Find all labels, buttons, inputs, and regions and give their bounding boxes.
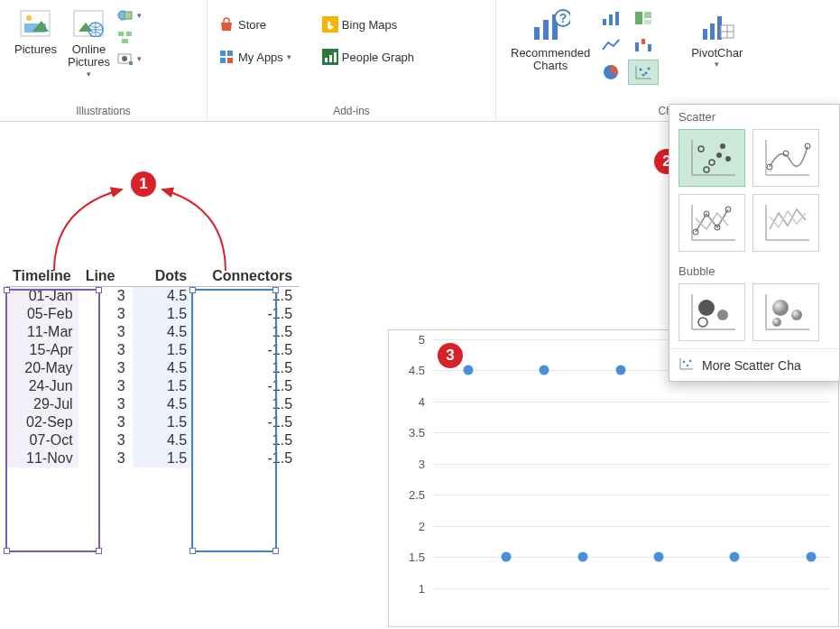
cell-line[interactable]: 3 xyxy=(78,359,133,377)
bingmaps-button[interactable]: Bing Maps xyxy=(322,16,414,32)
bubble-section-title: Bubble xyxy=(669,259,839,283)
table-row[interactable]: 07-Oct34.51.5 xyxy=(5,431,300,449)
cell-connectors[interactable]: -1.5 xyxy=(194,449,300,467)
line-chart-button[interactable] xyxy=(595,32,626,58)
cell-timeline[interactable]: 20-May xyxy=(5,359,78,377)
cell-line[interactable]: 3 xyxy=(78,449,133,467)
svg-rect-24 xyxy=(534,27,540,40)
header-dots[interactable]: Dots xyxy=(133,266,195,287)
cell-dots[interactable]: 4.5 xyxy=(133,395,195,413)
chart-data-point[interactable] xyxy=(730,552,740,562)
chart-data-point[interactable] xyxy=(615,365,625,375)
cell-dots[interactable]: 1.5 xyxy=(133,413,195,431)
cell-dots[interactable]: 1.5 xyxy=(133,377,195,395)
cell-timeline[interactable]: 01-Jan xyxy=(5,287,78,306)
svg-point-54 xyxy=(709,160,715,165)
cell-timeline[interactable]: 02-Sep xyxy=(5,413,78,431)
header-timeline[interactable]: Timeline xyxy=(5,266,78,287)
table-row[interactable]: 11-Nov31.5-1.5 xyxy=(5,449,300,467)
online-pictures-icon xyxy=(72,7,105,40)
cell-timeline[interactable]: 29-Jul xyxy=(5,395,78,413)
cell-dots[interactable]: 1.5 xyxy=(133,449,195,467)
cell-connectors[interactable]: 1.5 xyxy=(194,323,300,341)
cell-dots[interactable]: 4.5 xyxy=(133,287,195,306)
cell-timeline[interactable]: 05-Feb xyxy=(5,305,78,323)
waterfall-chart-button[interactable] xyxy=(628,32,659,58)
shapes-button[interactable]: ▾ xyxy=(117,7,142,23)
worksheet-area[interactable]: 1 2 3 Timeline Line Dots Connectors 01-J… xyxy=(0,122,840,629)
online-pictures-label: Online Pictures xyxy=(68,43,110,69)
pivotchart-button[interactable]: PivotChar ▾ xyxy=(686,4,748,72)
data-table[interactable]: Timeline Line Dots Connectors 01-Jan34.5… xyxy=(5,266,300,467)
cell-timeline[interactable]: 07-Oct xyxy=(5,431,78,449)
cell-dots[interactable]: 4.5 xyxy=(133,431,195,449)
chart-data-point[interactable] xyxy=(540,365,549,375)
svg-point-84 xyxy=(683,361,685,363)
cell-line[interactable]: 3 xyxy=(78,413,133,431)
chart-data-point[interactable] xyxy=(806,552,816,562)
online-pictures-button[interactable]: Online Pictures ▾ xyxy=(62,4,115,82)
cell-line[interactable]: 3 xyxy=(78,377,133,395)
y-axis-tick: 4.5 xyxy=(398,364,425,377)
bubble-option-flat[interactable] xyxy=(678,283,745,341)
cell-dots[interactable]: 1.5 xyxy=(133,341,195,359)
smartart-button[interactable] xyxy=(117,29,142,45)
cell-timeline[interactable]: 11-Mar xyxy=(5,323,78,341)
cell-dots[interactable]: 4.5 xyxy=(133,323,195,341)
cell-connectors[interactable]: 1.5 xyxy=(194,395,300,413)
svg-text:?: ? xyxy=(559,11,568,25)
header-line[interactable]: Line xyxy=(78,266,133,287)
cell-connectors[interactable]: 1.5 xyxy=(194,287,300,306)
hierarchy-chart-button[interactable] xyxy=(628,5,659,31)
cell-connectors[interactable]: -1.5 xyxy=(194,377,300,395)
cell-line[interactable]: 3 xyxy=(78,305,133,323)
table-row[interactable]: 29-Jul34.51.5 xyxy=(5,395,300,413)
scatter-option-smooth-markers[interactable] xyxy=(752,129,819,187)
svg-point-53 xyxy=(698,146,704,152)
y-axis-tick: 2 xyxy=(398,519,425,532)
svg-point-81 xyxy=(772,318,781,327)
table-row[interactable]: 02-Sep31.5-1.5 xyxy=(5,413,300,431)
table-row[interactable]: 24-Jun31.5-1.5 xyxy=(5,377,300,395)
cell-connectors[interactable]: 1.5 xyxy=(194,431,300,449)
cell-dots[interactable]: 4.5 xyxy=(133,359,195,377)
cell-line[interactable]: 3 xyxy=(78,287,133,306)
myapps-button[interactable]: My Apps ▾ xyxy=(218,49,291,65)
header-connectors[interactable]: Connectors xyxy=(194,266,300,287)
cell-connectors[interactable]: -1.5 xyxy=(194,305,300,323)
more-scatter-charts[interactable]: More Scatter Cha xyxy=(669,348,839,381)
table-row[interactable]: 05-Feb31.5-1.5 xyxy=(5,305,300,323)
scatter-option-lines[interactable] xyxy=(752,194,819,252)
screenshot-button[interactable]: ▾ xyxy=(117,51,142,67)
table-row[interactable]: 01-Jan34.51.5 xyxy=(5,287,300,306)
cell-connectors[interactable]: 1.5 xyxy=(194,359,300,377)
cell-timeline[interactable]: 15-Apr xyxy=(5,341,78,359)
cell-line[interactable]: 3 xyxy=(78,431,133,449)
cell-connectors[interactable]: -1.5 xyxy=(194,341,300,359)
peoplegraph-button[interactable]: People Graph xyxy=(322,49,414,65)
bing-icon xyxy=(322,16,338,32)
bubble-option-3d[interactable] xyxy=(752,283,819,341)
chart-data-point[interactable] xyxy=(464,365,474,375)
cell-timeline[interactable]: 11-Nov xyxy=(5,449,78,467)
table-row[interactable]: 20-May34.51.5 xyxy=(5,359,300,377)
cell-line[interactable]: 3 xyxy=(78,341,133,359)
recommended-charts-button[interactable]: ? Recommended Charts xyxy=(505,4,595,77)
chart-data-point[interactable] xyxy=(577,552,587,562)
table-row[interactable]: 15-Apr31.5-1.5 xyxy=(5,341,300,359)
cell-timeline[interactable]: 24-Jun xyxy=(5,377,78,395)
chart-data-point[interactable] xyxy=(654,552,664,562)
scatter-option-markers[interactable] xyxy=(678,129,745,187)
bar-chart-button[interactable] xyxy=(595,5,626,31)
cell-line[interactable]: 3 xyxy=(78,395,133,413)
chart-data-point[interactable] xyxy=(502,552,512,562)
store-button[interactable]: Store xyxy=(218,16,291,32)
cell-dots[interactable]: 1.5 xyxy=(133,305,195,323)
scatter-chart-button[interactable] xyxy=(628,60,659,85)
cell-connectors[interactable]: -1.5 xyxy=(194,413,300,431)
pictures-button[interactable]: Pictures xyxy=(9,4,62,60)
cell-line[interactable]: 3 xyxy=(78,323,133,341)
table-row[interactable]: 11-Mar34.51.5 xyxy=(5,323,300,341)
scatter-option-lines-markers[interactable] xyxy=(678,194,745,252)
pie-chart-button[interactable] xyxy=(595,60,626,85)
